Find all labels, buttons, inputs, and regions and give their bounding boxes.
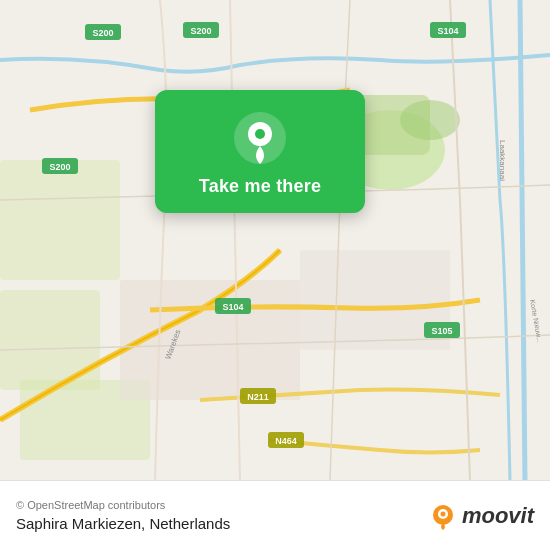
map-container: S200 S200 S200 S104 S104 S105 N211 N464 … <box>0 0 550 480</box>
svg-text:S200: S200 <box>49 162 70 172</box>
moovit-logo: moovit <box>429 502 534 530</box>
svg-point-33 <box>440 511 445 516</box>
svg-text:S105: S105 <box>431 326 452 336</box>
place-name: Saphira Markiezen, Netherlands <box>16 515 230 532</box>
svg-point-3 <box>400 100 460 140</box>
svg-text:S200: S200 <box>190 26 211 36</box>
bottom-bar: © OpenStreetMap contributors Saphira Mar… <box>0 480 550 550</box>
svg-text:S104: S104 <box>222 302 243 312</box>
attribution-text: © OpenStreetMap contributors <box>16 499 230 511</box>
svg-point-30 <box>255 129 265 139</box>
map-svg: S200 S200 S200 S104 S104 S105 N211 N464 … <box>0 0 550 480</box>
take-me-there-label: Take me there <box>199 176 321 197</box>
moovit-pin-icon <box>429 502 457 530</box>
location-pin-icon <box>234 112 286 164</box>
svg-text:S200: S200 <box>92 28 113 38</box>
svg-rect-5 <box>0 290 100 390</box>
svg-text:Laakkanaai: Laakkanaai <box>498 140 507 181</box>
location-card[interactable]: Take me there <box>155 90 365 213</box>
svg-text:N464: N464 <box>275 436 297 446</box>
place-info: © OpenStreetMap contributors Saphira Mar… <box>16 499 230 532</box>
svg-text:N211: N211 <box>247 392 269 402</box>
moovit-text: moovit <box>462 503 534 529</box>
svg-text:S104: S104 <box>437 26 458 36</box>
svg-rect-4 <box>0 160 120 280</box>
